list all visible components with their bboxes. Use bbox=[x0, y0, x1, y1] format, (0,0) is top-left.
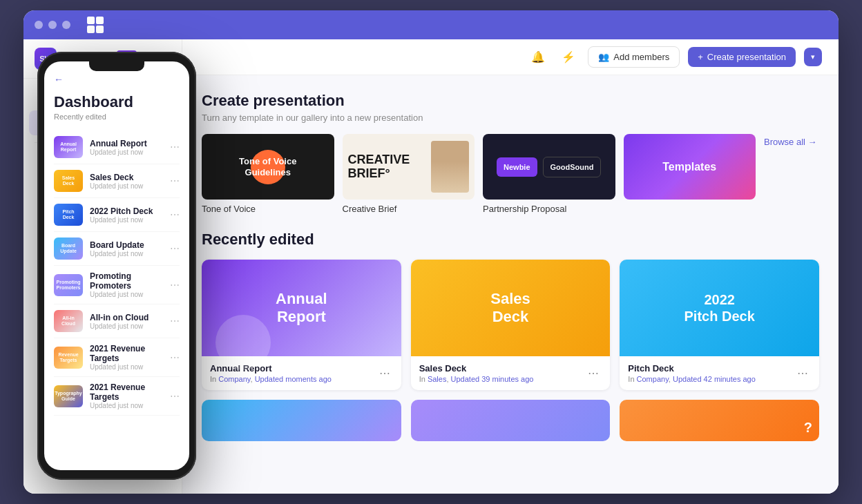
card-thumb-board[interactable] bbox=[202, 400, 401, 441]
phone-overlay: ← Dashboard Recently edited AnnualReport… bbox=[37, 52, 196, 480]
phone-item-info-pitch: 2022 Pitch Deck Updated just now bbox=[90, 206, 163, 224]
phone-item-promoting[interactable]: PromotingPromoters Promoting Promoters U… bbox=[54, 266, 180, 304]
phone-item-info-typo: 2021 Revenue Targets Updated just now bbox=[90, 382, 163, 409]
card-thumb-sales: SalesDeck bbox=[411, 260, 611, 356]
creative-title: CREATIVEBRIEF° bbox=[348, 153, 429, 181]
browse-all[interactable]: Browse all → bbox=[764, 134, 819, 147]
annual-text: AnnualReport bbox=[276, 290, 327, 327]
browser-dot-green bbox=[62, 21, 70, 29]
card-thumb-annual: AnnualReport bbox=[202, 260, 401, 356]
browser-dot-red bbox=[35, 21, 43, 29]
sales-text: SalesDeck bbox=[490, 290, 530, 327]
phone-frame: ← Dashboard Recently edited AnnualReport… bbox=[37, 52, 196, 480]
templates-text: Templates bbox=[662, 161, 716, 173]
partner-box-goodsound: GoodSound bbox=[543, 157, 602, 177]
card-more-button-annual[interactable]: ⋯ bbox=[376, 365, 393, 382]
dashboard-content: Create presentation Turn any template in… bbox=[182, 75, 839, 494]
phone-notch bbox=[89, 61, 144, 71]
card-more-button-pitch[interactable]: ⋯ bbox=[794, 365, 811, 382]
phone-item-more-sales[interactable]: ⋯ bbox=[170, 175, 180, 186]
phone-item-annual[interactable]: AnnualReport Annual Report Updated just … bbox=[54, 130, 180, 164]
card-pitch-deck[interactable]: 2022Pitch Deck Pitch Deck In Company, Up… bbox=[620, 260, 819, 390]
card-info-pitch: Pitch Deck In Company, Updated 42 minute… bbox=[620, 356, 819, 390]
template-card-templates[interactable]: Templates bbox=[624, 134, 756, 214]
phone-back-button[interactable]: ← bbox=[54, 74, 64, 85]
phone-content: Dashboard Recently edited AnnualReport A… bbox=[44, 85, 189, 470]
question-mark-icon: ? bbox=[804, 420, 812, 436]
tone-text: Tone of VoiceGuidelines bbox=[239, 156, 296, 177]
phone-item-info-board: Board Update Updated just now bbox=[90, 240, 163, 258]
phone-screen: ← Dashboard Recently edited AnnualReport… bbox=[44, 61, 189, 470]
phone-item-info-promoting: Promoting Promoters Updated just now bbox=[90, 271, 163, 298]
templates-row: Tone of VoiceGuidelines Tone of Voice CR… bbox=[202, 134, 819, 214]
browser-dot-yellow bbox=[48, 21, 57, 29]
phone-item-info-cloud: All-in on Cloud Updated just now bbox=[90, 313, 163, 330]
phone-item-more-typo[interactable]: ⋯ bbox=[170, 391, 180, 402]
cards-grid: AnnualReport Annual Report In Company, U… bbox=[202, 260, 819, 390]
phone-item-board[interactable]: BoardUpdate Board Update Updated just no… bbox=[54, 232, 180, 266]
card-meta-pitch: In Company, Updated 42 minutes ago bbox=[628, 375, 756, 383]
create-section-subtitle: Turn any template in our gallery into a … bbox=[202, 113, 819, 123]
card-thumb-promo[interactable] bbox=[411, 400, 611, 441]
phone-item-cloud[interactable]: All-inCloud All-in on Cloud Updated just… bbox=[54, 304, 180, 338]
pitch-text: 2022Pitch Deck bbox=[684, 291, 755, 324]
create-presentation-caret[interactable]: ▾ bbox=[804, 48, 822, 66]
create-section-title: Create presentation bbox=[202, 92, 819, 110]
phone-item-revenue[interactable]: RevenueTargets 2021 Revenue Targets Upda… bbox=[54, 338, 180, 377]
template-thumb-tone: Tone of VoiceGuidelines bbox=[202, 134, 334, 200]
phone-thumb-pitch: PitchDeck bbox=[54, 204, 83, 226]
plus-icon: + bbox=[698, 52, 703, 62]
phone-item-pitch[interactable]: PitchDeck 2022 Pitch Deck Updated just n… bbox=[54, 198, 180, 232]
creative-model bbox=[431, 141, 469, 193]
phone-item-more-promoting[interactable]: ⋯ bbox=[170, 280, 180, 291]
phone-thumb-revenue: RevenueTargets bbox=[54, 347, 83, 369]
card-annual-report[interactable]: AnnualReport Annual Report In Company, U… bbox=[202, 260, 401, 390]
recently-edited-title: Recently edited bbox=[202, 231, 819, 249]
phone-title: Dashboard bbox=[54, 93, 180, 111]
phone-item-more-pitch[interactable]: ⋯ bbox=[170, 209, 180, 220]
template-name-templates bbox=[624, 204, 756, 214]
create-presentation-button[interactable]: + Create presentation bbox=[688, 47, 796, 67]
card-thumb-pitch: 2022Pitch Deck bbox=[620, 260, 819, 356]
template-card-creative[interactable]: CREATIVEBRIEF° Creative Brief bbox=[343, 134, 475, 214]
card-info-sales: Sales Deck In Sales, Updated 39 minutes … bbox=[411, 356, 611, 390]
partner-box-newbie: Newbie bbox=[497, 157, 537, 177]
template-name-tone: Tone of Voice bbox=[202, 204, 334, 214]
creative-left: CREATIVEBRIEF° bbox=[348, 153, 429, 181]
browser-window: SW SpaceWork PRO Cici Frasier ▾ + Dashbo… bbox=[23, 10, 839, 494]
phone-item-info-sales: Sales Deck Updated just now bbox=[90, 173, 163, 190]
browse-all-link[interactable]: Browse all → bbox=[764, 137, 817, 147]
phone-thumb-annual: AnnualReport bbox=[54, 136, 83, 158]
card-sales-deck[interactable]: SalesDeck Sales Deck In Sales, Updated 3… bbox=[411, 260, 611, 390]
top-bar: 🔔 ⚡ 👥 Add members + Create presentation … bbox=[182, 39, 839, 75]
phone-thumb-board: BoardUpdate bbox=[54, 238, 83, 260]
phone-item-info-annual: Annual Report Updated just now bbox=[90, 139, 163, 156]
add-members-button[interactable]: 👥 Add members bbox=[588, 46, 680, 68]
phone-item-sales[interactable]: SalesDeck Sales Deck Updated just now ⋯ bbox=[54, 164, 180, 198]
template-thumb-creative: CREATIVEBRIEF° bbox=[343, 134, 475, 200]
phone-thumb-cloud: All-inCloud bbox=[54, 310, 83, 332]
card-title-sales: Sales Deck bbox=[419, 363, 534, 374]
phone-item-info-revenue: 2021 Revenue Targets Updated just now bbox=[90, 344, 163, 371]
lightning-icon[interactable]: ⚡ bbox=[557, 46, 580, 68]
template-card-tone[interactable]: Tone of VoiceGuidelines Tone of Voice bbox=[202, 134, 334, 214]
template-card-partnership[interactable]: Newbie GoodSound Partnership Proposal bbox=[483, 134, 615, 214]
phone-item-more-revenue[interactable]: ⋯ bbox=[170, 352, 180, 363]
phone-item-typo[interactable]: TypographyGuide 2021 Revenue Targets Upd… bbox=[54, 377, 180, 416]
phone-item-more-board[interactable]: ⋯ bbox=[170, 243, 180, 254]
phone-thumb-sales: SalesDeck bbox=[54, 170, 83, 192]
creative-face bbox=[431, 141, 469, 193]
notification-icon[interactable]: 🔔 bbox=[527, 46, 549, 68]
browser-chrome bbox=[23, 10, 839, 39]
card-title-pitch: Pitch Deck bbox=[628, 363, 756, 374]
card-meta-sales: In Sales, Updated 39 minutes ago bbox=[419, 375, 534, 383]
card-more-button-sales[interactable]: ⋯ bbox=[585, 365, 602, 382]
card-thumb-orange[interactable]: ? bbox=[620, 400, 819, 441]
phone-thumb-promoting: PromotingPromoters bbox=[54, 274, 83, 296]
phone-item-more-annual[interactable]: ⋯ bbox=[170, 142, 180, 153]
browser-grid-icon bbox=[87, 17, 104, 33]
phone-thumb-typo: TypographyGuide bbox=[54, 385, 83, 407]
phone-item-more-cloud[interactable]: ⋯ bbox=[170, 316, 180, 327]
template-thumb-partnership: Newbie GoodSound bbox=[483, 134, 615, 200]
template-name-creative: Creative Brief bbox=[343, 204, 475, 214]
